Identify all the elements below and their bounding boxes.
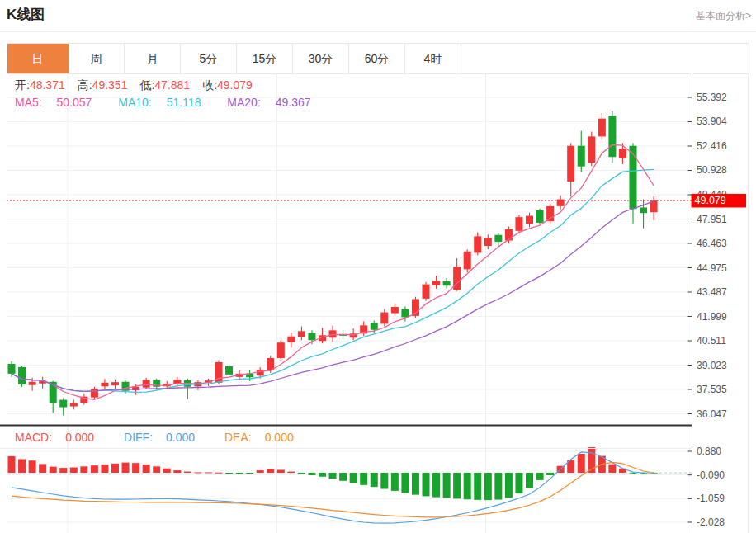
axis-tick-label: 40.511 [697, 335, 726, 347]
ma5-readout: MA5: 50.057 [15, 96, 103, 109]
tab-4时[interactable]: 4时 [405, 44, 461, 73]
ma20-line [12, 201, 654, 392]
axis-tick-label: 53.904 [697, 116, 727, 127]
open-value: 48.371 [30, 78, 65, 92]
macd-histogram [8, 447, 658, 500]
axis-tick-label: -1.059 [697, 493, 725, 504]
price-axis: 55.39253.90452.41650.92849.44047.95146.4… [688, 74, 728, 533]
fundamental-analysis-link[interactable]: 基本面分析> [696, 9, 751, 23]
page-title: K线图 [7, 5, 45, 24]
current-price-label: 49.079 [692, 194, 747, 208]
axis-tick-label: 43.487 [697, 286, 727, 298]
low-label: 低: [139, 78, 154, 92]
axis-tick-label: 41.999 [697, 311, 727, 323]
tab-月[interactable]: 月 [125, 44, 181, 73]
ohlc-readout: 开:48.371高:49.351低:47.881收:49.079 [15, 78, 265, 93]
diff-line [12, 452, 654, 523]
interval-tab-bar: 日周月5分15分30分60分4时 [7, 43, 749, 74]
macd-readout: MACD:0.000 DIFF:0.000 DEA:0.000 [15, 431, 320, 444]
low-value: 47.881 [154, 78, 190, 92]
axis-tick-label: -2.028 [697, 516, 725, 528]
axis-tick-label: 50.928 [697, 164, 727, 176]
high-label: 高: [78, 78, 92, 92]
ma-readout: MA5: 50.057 MA10: 51.118 MA20: 49.367 [15, 96, 334, 109]
axis-tick-label: 46.463 [697, 238, 727, 249]
close-label: 收: [202, 78, 217, 92]
dea-value: DEA:0.000 [224, 431, 307, 444]
axis-tick-label: -0.090 [697, 469, 725, 481]
diff-value: DIFF:0.000 [124, 431, 208, 444]
tab-周[interactable]: 周 [69, 44, 125, 73]
axis-tick-label: 0.880 [697, 446, 721, 457]
tab-日[interactable]: 日 [7, 44, 69, 73]
axis-tick-label: 39.023 [697, 360, 727, 371]
close-value: 49.079 [217, 78, 253, 92]
axis-tick-label: 47.951 [697, 214, 727, 225]
ma20-readout: MA20: 49.367 [227, 96, 322, 109]
axis-tick-label: 36.047 [697, 408, 727, 420]
header-separator [0, 31, 756, 32]
tab-30分[interactable]: 30分 [293, 44, 349, 73]
svg-text:49.079: 49.079 [695, 195, 726, 206]
ma10-readout: MA10: 51.118 [118, 96, 212, 109]
tab-15分[interactable]: 15分 [237, 44, 293, 73]
tab-5分[interactable]: 5分 [181, 44, 237, 73]
axis-tick-label: 55.392 [697, 92, 727, 103]
high-value: 49.351 [92, 78, 128, 92]
axis-tick-label: 52.416 [697, 140, 727, 152]
axis-tick-label: 37.535 [697, 384, 727, 395]
axis-tick-label: 44.975 [697, 262, 727, 274]
macd-value: MACD:0.000 [15, 431, 107, 444]
pane-separator [0, 425, 692, 427]
open-label: 开: [15, 78, 30, 92]
ma5-line [12, 145, 654, 400]
tab-60分[interactable]: 60分 [349, 44, 405, 73]
